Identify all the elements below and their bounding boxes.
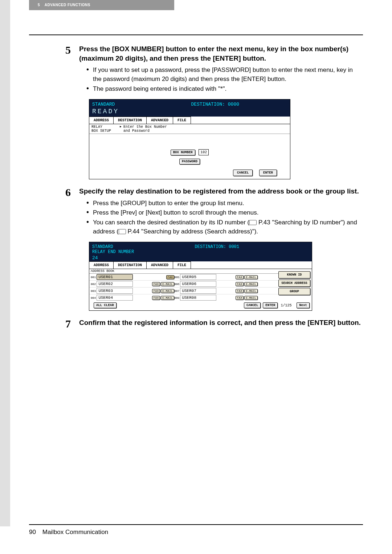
- email-tag[interactable]: E-MAIL: [161, 282, 174, 286]
- search-address-button[interactable]: SEARCH ADDRESS: [278, 280, 310, 287]
- footer-title: Mailbox Communication: [42, 529, 108, 535]
- box-number-button[interactable]: BOX NUMBER: [171, 150, 195, 155]
- step-number: 5: [65, 44, 79, 56]
- known-id-button[interactable]: KNOWN ID: [278, 271, 310, 278]
- next-button[interactable]: Next: [297, 302, 310, 308]
- addr-index: 005: [174, 276, 179, 279]
- step5-bullet-2: The password being entered is indicated …: [86, 85, 363, 94]
- addr-name[interactable]: USER06: [180, 281, 216, 287]
- addr-index: 006: [174, 282, 179, 286]
- addr-name[interactable]: USER01: [97, 274, 133, 280]
- relay-box-setup-screenshot: STANDARD DESTINATION: 0000 READY ADDRESS…: [89, 99, 290, 179]
- step-title: Specify the relay destination to be regi…: [79, 187, 363, 196]
- cancel-button[interactable]: CANCEL: [244, 302, 261, 308]
- addr-index: 003: [91, 289, 96, 293]
- ss1-ready: READY: [92, 108, 287, 115]
- all-clear-button[interactable]: ALL CLEAR: [94, 302, 117, 308]
- enter-button[interactable]: ENTER: [263, 302, 278, 308]
- book-icon: [119, 229, 126, 234]
- relay-count: 24: [92, 255, 309, 261]
- tab-destination[interactable]: DESTINATION: [113, 117, 147, 124]
- email-tag[interactable]: E-MAIL: [244, 289, 258, 293]
- ss2-standard: STANDARD: [92, 244, 113, 249]
- step-title: Confirm that the registered information …: [79, 318, 363, 327]
- page-footer: 90 Mailbox Communication: [29, 524, 363, 536]
- step6-bullet-3: You can search the desired destination b…: [86, 218, 363, 236]
- addr-index: 004: [91, 296, 96, 300]
- fax-tag[interactable]: FAX: [236, 275, 244, 279]
- fax-tag[interactable]: FAX: [166, 275, 174, 279]
- tab-advanced[interactable]: ADVANCED: [146, 261, 173, 269]
- address-book-label: ADDRESS BOOK: [89, 269, 278, 274]
- addr-name[interactable]: USER08: [180, 295, 216, 301]
- step-number: 6: [65, 187, 79, 198]
- top-divider: [29, 34, 363, 35]
- relay-end-number-label: RELAY END NUMBER: [92, 249, 309, 254]
- section-header: 5 ADVANCED FUNCTIONS: [29, 0, 174, 10]
- enter-box-hint: Enter the Box Number and Password: [121, 125, 167, 133]
- password-button[interactable]: PASSWORD: [179, 159, 200, 164]
- fax-tag[interactable]: FAX: [152, 289, 160, 293]
- addr-index: 008: [174, 296, 179, 300]
- step-7: 7 Confirm that the registered informatio…: [65, 318, 363, 330]
- cancel-button[interactable]: CANCEL: [233, 170, 253, 176]
- step5-bullet-1: If you want to set up a password, press …: [86, 66, 363, 83]
- box-number-field[interactable]: 102: [199, 149, 209, 155]
- tab-address[interactable]: ADDRESS: [89, 117, 114, 124]
- ss1-standard: STANDARD: [92, 102, 115, 107]
- tab-destination[interactable]: DESTINATION: [113, 261, 147, 269]
- step6-bullet-2: Press the [Prev] or [Next] button to scr…: [86, 208, 363, 217]
- addr-index: 007: [174, 289, 179, 293]
- address-row: 001USER01FAX005USER05FAXE-MAIL: [89, 274, 278, 281]
- address-book-screenshot: STANDARD DESTINATION: 0001 RELAY END NUM…: [89, 242, 312, 311]
- addr-name[interactable]: USER07: [180, 288, 216, 294]
- email-tag[interactable]: E-MAIL: [244, 282, 258, 286]
- step-number: 7: [65, 318, 79, 330]
- ss1-destination-count: DESTINATION: 0000: [191, 102, 239, 107]
- addr-name[interactable]: USER02: [97, 281, 133, 287]
- email-tag[interactable]: E-MAIL: [161, 296, 174, 300]
- tab-address[interactable]: ADDRESS: [89, 261, 114, 269]
- step-6: 6 Specify the relay destination to be re…: [65, 187, 363, 237]
- tab-file[interactable]: FILE: [173, 261, 191, 269]
- address-row: 002USER02FAXE-MAIL006USER06FAXE-MAIL: [89, 281, 278, 288]
- addr-index: 001: [91, 276, 96, 279]
- page-indicator: 1/125: [281, 304, 291, 307]
- addr-name[interactable]: USER05: [180, 274, 216, 280]
- tab-file[interactable]: FILE: [173, 117, 191, 124]
- fax-tag[interactable]: FAX: [152, 296, 160, 300]
- email-tag[interactable]: E-MAIL: [161, 289, 174, 293]
- fax-tag[interactable]: FAX: [236, 296, 244, 300]
- tab-advanced[interactable]: ADVANCED: [146, 117, 173, 124]
- relay-box-setup-label: RELAY BOX SETUP: [91, 125, 121, 133]
- left-tab: [0, 0, 10, 526]
- step6-bullet-1: Press the [GROUP] button to enter the gr…: [86, 199, 363, 208]
- step-title: Press the [BOX NUMBER] button to enter t…: [79, 44, 363, 63]
- header-title: ADVANCED FUNCTIONS: [45, 3, 90, 7]
- fax-tag[interactable]: FAX: [236, 282, 244, 286]
- book-icon: [249, 220, 257, 225]
- ss2-destination-count: DESTINATION: 0001: [195, 244, 239, 249]
- enter-button[interactable]: ENTER: [259, 170, 277, 176]
- step-5: 5 Press the [BOX NUMBER] button to enter…: [65, 44, 363, 94]
- address-row: 004USER04FAXE-MAIL008USER08FAXE-MAIL: [89, 294, 278, 301]
- fax-tag[interactable]: FAX: [236, 289, 244, 293]
- address-row: 003USER03FAXE-MAIL007USER07FAXE-MAIL: [89, 288, 278, 294]
- email-tag[interactable]: E-MAIL: [244, 275, 258, 279]
- addr-name[interactable]: USER04: [97, 295, 133, 301]
- fax-tag[interactable]: FAX: [152, 282, 160, 286]
- group-button[interactable]: GROUP: [278, 288, 310, 295]
- addr-name[interactable]: USER03: [97, 288, 133, 294]
- header-pagenum: 5: [38, 3, 40, 7]
- addr-index: 002: [91, 282, 96, 286]
- footer-pagenum: 90: [29, 529, 41, 536]
- email-tag[interactable]: E-MAIL: [244, 296, 258, 300]
